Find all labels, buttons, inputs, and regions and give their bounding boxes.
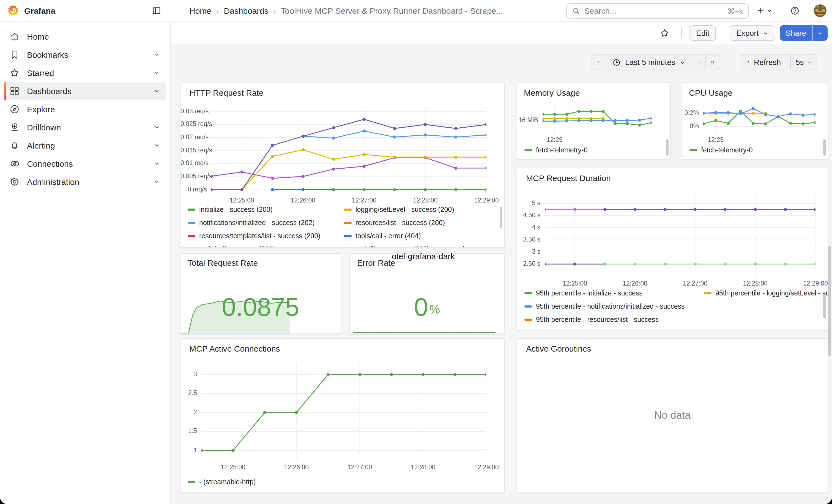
refresh-button[interactable]: Refresh — [740, 54, 791, 71]
gear-icon — [9, 176, 20, 187]
panel-title[interactable]: CPU Usage — [689, 88, 732, 97]
y-axis-tick-label: 1.5 — [181, 427, 197, 434]
legend-item[interactable]: fetch-telemetry-0 — [690, 147, 753, 154]
sidebar-item-dashboards[interactable]: Dashboards — [4, 82, 166, 100]
legend-item[interactable]: tools/call - success (200) — [188, 245, 330, 247]
refresh-interval-picker[interactable]: 5s — [791, 54, 817, 71]
breadcrumb-dashboards[interactable]: Dashboards — [224, 6, 268, 16]
avatar[interactable] — [814, 4, 827, 17]
search-input[interactable]: Search... ⌘+k — [566, 3, 749, 19]
legend-item[interactable]: tools/call - error (404) — [344, 232, 421, 240]
sidebar-item-starred[interactable]: Starred — [4, 64, 166, 82]
legend-item[interactable]: unknown - success (200) — [443, 245, 504, 247]
sidebar-item-alerting[interactable]: Alerting — [4, 136, 166, 155]
share-dropdown-button[interactable] — [812, 25, 828, 41]
legend-scrollbar-thumb[interactable] — [823, 294, 826, 319]
share-button[interactable]: Share — [779, 25, 812, 41]
star-dashboard-button[interactable] — [657, 25, 672, 41]
edit-button[interactable]: Edit — [690, 25, 716, 41]
legend-item[interactable]: fetch-telemetry-0 — [524, 147, 588, 154]
panel-title[interactable]: Total Request Rate — [188, 258, 258, 267]
y-axis-tick-label: 4.50 s — [517, 212, 540, 218]
header-right: Search... ⌘+k — [566, 3, 832, 19]
page-scrollbar-thumb[interactable] — [828, 246, 831, 356]
panel-mcp-active-connections: MCP Active Connections 11.522.5312:25:00… — [180, 338, 504, 493]
legend-label: 95th percentile - resources/templates/li… — [536, 329, 690, 330]
legend-scrollbar-thumb[interactable] — [823, 139, 826, 156]
legend-item[interactable]: resources/list - success (200) — [344, 219, 445, 227]
legend-color-pill — [704, 292, 711, 295]
legend-label: tools/list - success (200) — [356, 245, 429, 247]
legend-item[interactable]: initialize - success (200) — [188, 206, 330, 213]
panel-title[interactable]: Error Rate — [357, 258, 395, 267]
legend-item[interactable]: logging/setLevel - success (200) — [344, 206, 454, 213]
help-button[interactable] — [787, 3, 802, 19]
chevron-down-icon — [154, 159, 160, 169]
legend-item[interactable]: 95th percentile - notifications/initiali… — [524, 302, 690, 310]
legend-color-pill — [188, 222, 196, 224]
panel-http-request-rate: HTTP Request Rate 0 req/s0.005 req/s0.01… — [180, 82, 504, 247]
legend-item[interactable]: 95th percentile - initialize - success — [524, 289, 690, 297]
chart-plot-area[interactable] — [211, 107, 487, 193]
sidebar-item-home[interactable]: Home — [4, 27, 166, 46]
legend-label: 95th percentile - notifications/initiali… — [536, 302, 685, 310]
sidebar-item-bookmarks[interactable]: Bookmarks — [4, 46, 166, 64]
sidebar-item-explore[interactable]: Explore — [4, 100, 166, 118]
chevron-down-icon — [154, 50, 160, 60]
sidebar-item-administration[interactable]: Administration — [4, 173, 166, 191]
legend-item[interactable]: - (streamable-http) — [188, 478, 256, 486]
x-axis-tick-label: 12:25 — [694, 136, 738, 143]
chart-legend: - (streamable-http) — [188, 475, 498, 488]
panel-title[interactable]: Memory Usage — [524, 88, 580, 97]
legend-item[interactable]: 95th percentile - resources/list - succe… — [524, 316, 690, 323]
legend-item[interactable]: tools/list - success (200) — [344, 245, 429, 247]
chevron-left-icon — [597, 59, 600, 65]
clock-icon — [613, 58, 621, 66]
panel-title[interactable]: HTTP Request Rate — [189, 88, 264, 97]
panel-total-request-rate: Total Request Rate 0.0875 — [180, 253, 341, 334]
panel-title[interactable]: Active Goroutines — [526, 344, 591, 353]
no-data-message: No data — [517, 409, 828, 422]
refresh-icon — [746, 58, 750, 66]
breadcrumb: Home › Dashboards › ToolHive MCP Server … — [189, 6, 503, 16]
time-range-picker[interactable]: Last 5 minutes — [605, 54, 693, 71]
sidebar-item-drilldown[interactable]: Drilldown — [4, 118, 166, 136]
legend-label: unknown - success (200) — [455, 245, 504, 247]
legend-item[interactable]: 95th percentile - resources/templates/li… — [524, 329, 690, 330]
zoom-out-button[interactable] — [706, 54, 720, 71]
time-back-button[interactable] — [592, 54, 605, 71]
x-axis-tick-label: 12:27:00 — [338, 464, 382, 471]
legend-item[interactable]: notifications/initialized - success (202… — [188, 219, 330, 227]
legend-scrollbar-thumb[interactable] — [666, 139, 669, 156]
y-axis-tick-label: 0.01 req/s — [181, 160, 207, 166]
legend-label: fetch-telemetry-0 — [536, 147, 588, 154]
chart-plot-area[interactable] — [703, 102, 815, 133]
grafana-logo[interactable] — [7, 4, 19, 17]
x-axis-tick-label: 12:27:00 — [673, 280, 717, 287]
time-forward-button[interactable] — [693, 54, 706, 71]
panel-title[interactable]: MCP Request Duration — [526, 173, 611, 183]
legend-color-pill — [524, 319, 532, 321]
legend-item[interactable]: 95th percentile - logging/setLevel - suc… — [704, 289, 828, 297]
chart-plot-area[interactable] — [545, 194, 815, 276]
sidebar-item-label: Alerting — [27, 141, 154, 150]
brand-name: Grafana — [24, 6, 149, 16]
legend-scrollbar-thumb[interactable] — [500, 207, 502, 228]
export-button[interactable]: Export — [730, 25, 775, 41]
sidebar-toggle-icon[interactable] — [149, 3, 164, 19]
x-axis-tick-label: 12:26:00 — [274, 464, 318, 471]
star-icon — [9, 68, 20, 78]
chevron-down-icon — [154, 177, 160, 187]
breadcrumb-home[interactable]: Home — [189, 6, 211, 16]
chart-plot-area[interactable] — [201, 363, 487, 460]
chart-plot-area[interactable] — [543, 102, 651, 133]
panel-title[interactable]: MCP Active Connections — [189, 344, 280, 353]
legend-item[interactable]: resources/templates/list - success (200) — [188, 232, 330, 240]
panel-mcp-request-duration: MCP Request Duration 2.50 s3 s3.50 s4 s4… — [517, 168, 828, 330]
legend-label: resources/list - success (200) — [356, 219, 445, 227]
sidebar-item-connections[interactable]: Connections — [4, 155, 166, 173]
plus-icon — [756, 7, 764, 15]
legend-label: 95th percentile - resources/list - succe… — [536, 316, 659, 323]
divider — [681, 27, 682, 38]
add-button[interactable] — [753, 3, 775, 19]
